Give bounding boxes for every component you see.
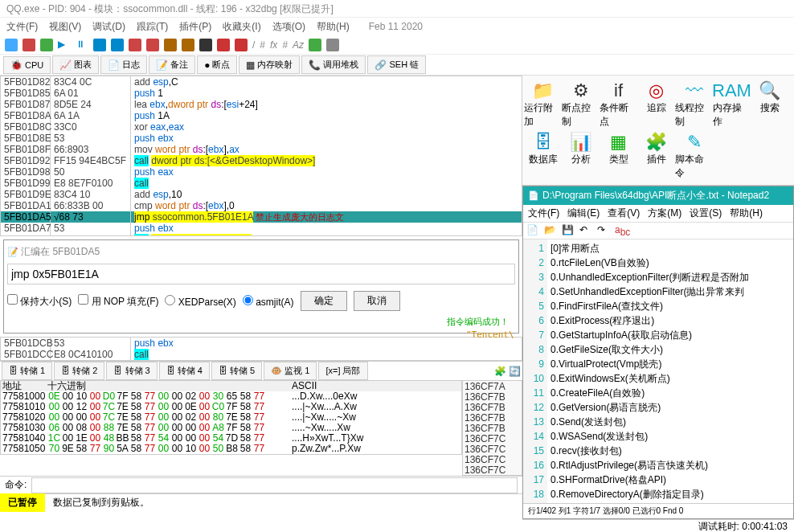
np-line[interactable]: 0.UnhandledExceptionFilter(判断进程是否附加 [550, 270, 790, 284]
tab-备注[interactable]: 📝 备注 [149, 55, 195, 74]
tool-分析[interactable]: 📊分析 [562, 130, 600, 182]
stack-row[interactable]: 136CF7C [463, 454, 522, 464]
np-line[interactable]: 0.WSASend(发送封包) [550, 429, 790, 444]
menu-fav[interactable]: 收藏夹(I) [223, 20, 260, 34]
dump-tab[interactable]: 🗄 转储 3 [106, 362, 157, 380]
np-line[interactable]: 0.RtlAdjustPrivilege(易语言快速关机) [550, 458, 790, 473]
menu-view[interactable]: 视图(V) [49, 20, 81, 34]
tool-脚本命令[interactable]: ✎脚本命令 [675, 130, 713, 182]
np-menu[interactable]: 方案(M) [648, 207, 681, 220]
np-line[interactable]: 0.RemoveDirectoryA(删除指定目录) [550, 487, 790, 501]
disasm-row[interactable]: 5FB01D99E8 8E7F0100call [1, 178, 522, 189]
opt-asmjit[interactable]: asmjit(A) [243, 295, 294, 308]
disassembly-view-2[interactable]: 5FB01DCB53push ebx5FB01DCCE8 0C410100cal… [0, 337, 522, 361]
assemble-input[interactable] [7, 264, 515, 284]
tool-数据库[interactable]: 🗄数据库 [524, 130, 562, 182]
stack-row[interactable]: 136CF7A [463, 381, 522, 391]
tab-图表[interactable]: 📈 图表 [52, 55, 99, 74]
opt-nopfill[interactable]: 用 NOP 填充(F) [78, 294, 158, 309]
dump-tab[interactable]: [x=] 局部 [318, 362, 367, 380]
np-menu[interactable]: 查看(V) [608, 207, 640, 220]
notepad-text[interactable]: [0]常用断点0.rtcFileLen(VB自效验)0.UnhandledExc… [547, 239, 793, 503]
tab-调用堆栈[interactable]: 📞 调用堆栈 [301, 55, 366, 74]
tab-内存映射[interactable]: ▦ 内存映射 [239, 55, 300, 74]
disasm-row[interactable]: 5FB01DCB53push ebx [1, 338, 522, 349]
dump-tab[interactable]: 🗄 转储 2 [54, 362, 104, 380]
menu-trace[interactable]: 跟踪(T) [137, 20, 168, 34]
stack-row[interactable]: 136CF7C [463, 464, 522, 475]
np-menu[interactable]: 文件(F) [528, 207, 559, 220]
np-save-icon[interactable]: 💾 [562, 224, 575, 237]
disassembly-view[interactable]: 5FB01D8283C4 0Cadd esp,C5FB01D856A 01pus… [0, 76, 522, 236]
dump-tab[interactable]: 🗄 转储 4 [159, 362, 210, 380]
np-open-icon[interactable]: 📂 [544, 224, 557, 237]
close-icon[interactable] [40, 39, 53, 51]
tool-内存操作[interactable]: RAM内存操作 [713, 79, 751, 130]
tab-SEH 链[interactable]: 🔗 SEH 链 [367, 55, 426, 74]
tool-条件断点[interactable]: if条件断点 [600, 79, 637, 130]
np-line[interactable]: [0]常用断点 [550, 241, 790, 256]
menu-debug[interactable]: 调试(D) [92, 20, 125, 34]
tool-类型[interactable]: ▦类型 [600, 130, 637, 182]
menu-help[interactable]: 帮助(H) [317, 20, 350, 34]
tool-搜索[interactable]: 🔍搜索 [751, 79, 788, 130]
stack-row[interactable]: 136CF7B [463, 423, 522, 433]
stack-row[interactable]: 136CF7C [463, 433, 522, 444]
hex-dump[interactable]: 地址 十六进制 ASCII 775810000E001000D07F587700… [0, 380, 462, 455]
np-line[interactable]: 0.VirtualProtect(Vmp脱壳) [550, 357, 790, 371]
disasm-row[interactable]: 5FB01D8E53push ebx [1, 133, 522, 144]
np-line[interactable]: 0.GetStartupInfoA(获取启动信息) [550, 328, 790, 342]
np-line[interactable]: 0.rtcFileLen(VB自效验) [550, 256, 790, 270]
dump-tab[interactable]: 🗄 转储 1 [2, 362, 52, 380]
np-line[interactable]: 0.ExitProcess(程序退出) [550, 313, 790, 328]
disasm-row[interactable]: 5FB01D8283C4 0Cadd esp,C [1, 76, 522, 88]
command-input[interactable] [31, 477, 518, 493]
disasm-row[interactable]: 5FB01D8A6A 1Apush 1A [1, 110, 522, 121]
tab-CPU[interactable]: 🐞 CPU [3, 56, 51, 74]
disasm-row[interactable]: 5FB01DCCE8 0C410100call [1, 349, 522, 360]
stack-row[interactable]: 136CF7B [463, 391, 522, 402]
opt-keepsize[interactable]: 保持大小(S) [7, 294, 72, 309]
tool-线程控制[interactable]: 〰线程控制 [675, 79, 713, 130]
tab-日志[interactable]: 📄 日志 [100, 55, 147, 74]
assemble-ok-button[interactable]: 确定 [301, 291, 347, 311]
np-menu[interactable]: 设置(S) [690, 207, 722, 220]
stack-view[interactable]: 136CF7A136CF7B136CF7B136CF7B136CF7B136CF… [462, 380, 522, 476]
tool-追踪[interactable]: ◎追踪 [637, 79, 675, 130]
menu-option[interactable]: 选项(O) [272, 20, 305, 34]
disasm-row[interactable]: 5FB01DA166:833B 00cmp word ptr ds:[ebx],… [1, 200, 522, 211]
dump-row[interactable]: 77581050709E5877905A58770000100050B85877… [1, 444, 461, 454]
np-line[interactable]: 0.GetVersion(易语言脱壳) [550, 400, 790, 415]
disasm-row[interactable]: 5FB01DA753push ebx [1, 223, 522, 234]
disasm-row[interactable]: 5FB01D856A 01push 1 [1, 88, 522, 99]
dump-tab[interactable]: 🗄 转储 5 [211, 362, 262, 380]
disasm-row[interactable]: 5FB01D8C33C0xor eax,eax [1, 121, 522, 133]
stack-row[interactable]: 136CF7C [463, 444, 522, 454]
disasm-row[interactable]: 5FB01D878D5E 24lea ebx,dword ptr ds:[esi… [1, 99, 522, 110]
np-line[interactable]: 0.Send(发送封包) [550, 415, 790, 429]
assemble-cancel-button[interactable]: 取消 [354, 291, 400, 311]
menu-file[interactable]: 文件(F) [6, 20, 38, 34]
disasm-row[interactable]: 5FB01D92FF15 94E4BC5Fcall dword ptr ds:[… [1, 155, 522, 166]
np-undo-icon[interactable]: ↶ [579, 224, 592, 237]
np-line[interactable]: 0.recv(接收封包) [550, 444, 790, 458]
restart-icon[interactable] [23, 39, 35, 51]
np-line[interactable]: 0.ExitWindowsEx(关机断点) [550, 371, 790, 386]
disasm-row[interactable]: 5FB01D9850push eax [1, 166, 522, 178]
tab-断点[interactable]: ● 断点 [197, 55, 237, 74]
np-line[interactable]: 0.GetFileSize(取文件大小) [550, 342, 790, 357]
np-find-icon[interactable]: abc [615, 224, 628, 237]
np-new-icon[interactable]: 📄 [526, 224, 539, 237]
tool-断点控制[interactable]: ⚙断点控制 [562, 79, 600, 130]
menu-plugin[interactable]: 插件(P) [179, 20, 211, 34]
dump-tab[interactable]: 🐵 监视 1 [264, 362, 317, 380]
open-icon[interactable] [5, 39, 18, 51]
tool-插件[interactable]: 🧩插件 [637, 130, 675, 182]
opt-xedparse[interactable]: XEDParse(X) [165, 295, 235, 308]
tool-运行附加[interactable]: 📁运行附加 [524, 79, 562, 130]
disasm-row[interactable]: 5FB01D9E83C4 10add esp,10 [1, 189, 522, 200]
disasm-row[interactable]: 5FB01DA5√68 73jmp ssocommon.5FB01E1A 禁止生… [1, 211, 522, 223]
disasm-row[interactable]: 5FB01DA8E8 644A0A00call ssocommon.5FBA68… [1, 234, 522, 236]
np-line[interactable]: 0.FindFirstFileA(查找文件) [550, 299, 790, 313]
np-menu[interactable]: 编辑(E) [567, 207, 600, 220]
